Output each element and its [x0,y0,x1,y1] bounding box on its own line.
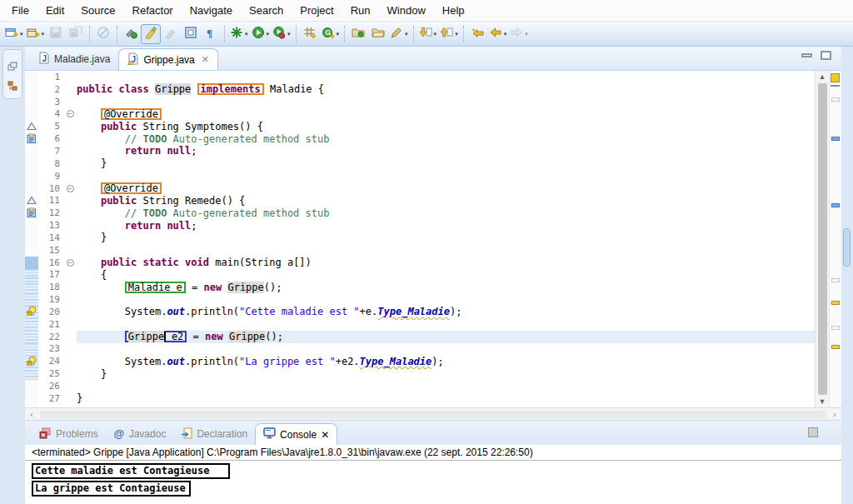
dropdown-arrow-icon[interactable]: ▾ [455,31,458,37]
yellow-overview-marker[interactable] [831,345,840,349]
code-text[interactable] [77,380,815,392]
code-text[interactable] [77,318,815,331]
dropdown-arrow-icon[interactable]: ▾ [267,31,270,37]
fold-column[interactable]: − [63,110,77,117]
console-tab-javadoc[interactable]: @Javadoc [106,423,174,445]
code-text[interactable]: System.out.println("Cette maladie est "+… [77,306,815,318]
close-icon[interactable]: ✕ [321,429,329,441]
code-text[interactable]: Grippe e2 = new Grippe(); [77,331,815,343]
annotation-ruler-cell[interactable] [25,145,38,157]
search-button[interactable]: ▾ [388,24,410,44]
pale-overview-marker[interactable] [831,97,840,102]
menu-item-help[interactable]: Help [434,1,473,20]
code-text[interactable]: @Override [77,108,815,121]
code-text[interactable] [77,96,815,108]
annotation-ruler-cell[interactable] [25,83,38,96]
pale-overview-marker[interactable] [831,326,840,330]
dropdown-arrow-icon[interactable]: ▾ [504,31,507,37]
code-text[interactable]: } [77,157,815,170]
annotation-ruler-cell[interactable] [25,269,38,282]
annotation-ruler-cell[interactable] [25,244,38,257]
next-annotation-button[interactable]: ▾ [417,24,439,44]
blue-overview-marker[interactable] [831,137,840,141]
horizontal-scroll-thumb[interactable] [40,411,826,418]
code-text[interactable]: public String Symptomes() { [77,120,815,132]
menu-item-file[interactable]: File [3,1,37,20]
trim-grip[interactable]: ····· [3,52,22,57]
code-text[interactable]: // TODO Auto-generated method stub [77,132,815,145]
run-last-tool-button[interactable] [121,24,141,44]
annotation-ruler-cell[interactable] [25,281,38,293]
code-text[interactable]: System.out.println("La grippe est "+e2.T… [77,355,815,367]
horizontal-scrollbar[interactable]: ‹ › [25,407,841,420]
last-edit-location-button[interactable] [467,24,487,44]
prev-annotation-button[interactable]: ▾ [438,24,460,44]
code-text[interactable]: @Override [77,182,815,195]
code-text[interactable]: } [77,392,815,405]
open-resource-button[interactable] [368,24,388,44]
annotation-ruler-cell[interactable] [25,306,38,318]
code-text[interactable]: Maladie e = new Grippe(); [77,281,815,293]
show-source-button[interactable] [181,24,201,44]
code-text[interactable]: public String Remede() { [77,194,815,207]
menu-item-source[interactable]: Source [72,1,123,20]
debug-button[interactable]: ▾ [228,24,250,44]
code-text[interactable] [77,244,815,257]
dropdown-arrow-icon[interactable]: ▾ [337,31,340,37]
console-output[interactable]: Cette maladie est ContagieuseLa grippe e… [25,461,841,504]
annotation-ruler-cell[interactable] [25,157,38,170]
collapse-icon[interactable]: − [67,259,74,267]
restore-view-icon[interactable] [7,61,18,76]
code-text[interactable]: public class Grippe implements Maladie { [77,83,815,96]
new-package-button[interactable] [300,24,320,44]
vertical-scrollbar[interactable]: ▲ ▼ [815,71,829,407]
dropdown-arrow-icon[interactable]: ▾ [405,31,408,37]
dropdown-arrow-icon[interactable]: ▾ [20,31,23,37]
fold-column[interactable]: − [63,259,77,267]
menu-item-project[interactable]: Project [292,1,342,20]
menu-item-navigate[interactable]: Navigate [182,1,241,20]
menu-item-run[interactable]: Run [342,1,379,20]
console-tab-console[interactable]: Console✕ [255,423,337,445]
warning-summary-icon[interactable] [831,73,840,82]
new-class-button[interactable]: G▾ [320,24,342,44]
code-text[interactable]: return null; [77,219,815,232]
new-java-element-button[interactable]: ▾ [25,24,47,44]
run-button[interactable]: ▾ [250,24,272,44]
open-type-button[interactable] [348,24,368,44]
annotation-ruler-cell[interactable] [25,257,38,269]
yellow-overview-marker[interactable] [831,301,840,305]
maximize-icon[interactable] [821,51,831,60]
close-icon[interactable]: ✕ [202,54,209,65]
code-text[interactable] [77,343,815,356]
menu-item-refactor[interactable]: Refactor [124,1,182,20]
annotation-ruler-cell[interactable] [25,380,38,392]
fast-view-handle[interactable] [843,228,851,267]
annotation-ruler-cell[interactable] [25,318,38,331]
collapse-icon[interactable]: − [67,185,74,192]
pale-overview-marker[interactable] [831,278,840,282]
new-wizard-button[interactable]: ▾ [3,24,25,44]
annotation-ruler-cell[interactable] [25,219,38,232]
show-whitespace-button[interactable]: ¶ [201,24,221,44]
menu-item-edit[interactable]: Edit [37,1,72,20]
annotation-ruler-cell[interactable] [25,132,38,145]
annotation-ruler-cell[interactable] [25,232,38,244]
dropdown-arrow-icon[interactable]: ▾ [525,31,528,37]
scroll-right-icon[interactable]: › [828,410,841,419]
annotation-ruler-cell[interactable] [25,71,38,83]
console-action-icon[interactable] [808,427,818,437]
code-text[interactable]: return null; [77,145,815,157]
minimize-icon[interactable] [801,53,812,57]
editor-tab-maladie-java[interactable]: JMaladie.java [30,48,118,70]
code-text[interactable] [77,293,815,306]
dropdown-arrow-icon[interactable]: ▾ [42,31,45,37]
scroll-down-icon[interactable]: ▼ [819,396,826,407]
dropdown-arrow-icon[interactable]: ▾ [434,31,437,37]
blue-overview-marker[interactable] [831,203,840,207]
dropdown-arrow-icon[interactable]: ▾ [287,31,291,37]
collapse-icon[interactable]: − [67,110,74,117]
annotation-ruler-cell[interactable] [25,331,38,343]
code-text[interactable]: { [77,269,815,282]
code-text[interactable]: } [77,232,815,244]
